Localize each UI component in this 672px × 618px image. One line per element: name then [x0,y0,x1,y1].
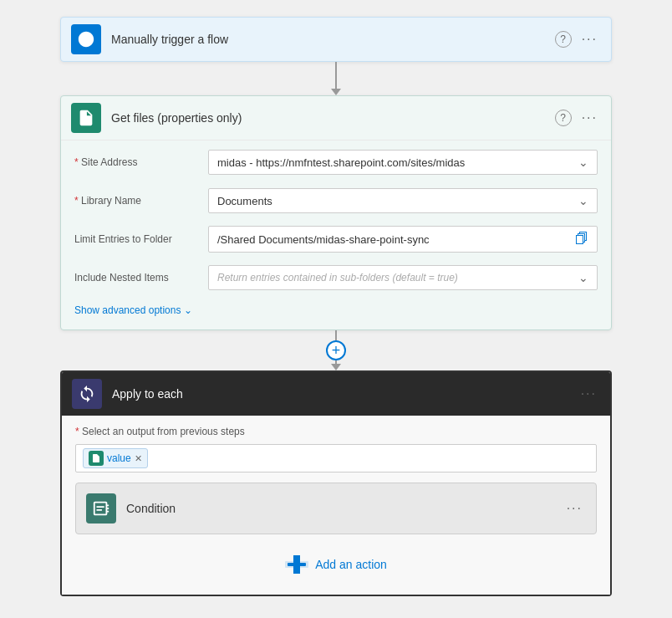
apply-to-each-header: Apply to each ··· [62,372,610,416]
ellipsis-icon-2: ··· [582,110,598,125]
ellipsis-icon-3: ··· [581,386,597,401]
trigger-more-btn[interactable]: ··· [578,28,601,50]
plus-connector: + [326,330,346,370]
chevron-down-icon-3: ⌄ [578,271,588,284]
site-address-label: * Site Address [74,156,208,168]
trigger-card-header: Manually trigger a flow ? ··· [61,18,611,61]
condition-title: Condition [126,502,563,515]
folder-icon: 🗍 [575,232,588,247]
apply-to-each-more-btn[interactable]: ··· [578,383,600,405]
condition-card: Condition ··· [75,483,597,534]
value-tag: value ✕ [83,448,148,468]
getfiles-card-body: * Site Address midas - https://nmfntest.… [61,140,611,329]
site-address-value: midas - https://nmfntest.sharepoint.com/… [208,150,598,175]
library-name-text: Documents [217,195,272,207]
show-advanced-btn[interactable]: Show advanced options ⌄ [74,304,192,316]
getfiles-card-header: Get files (properties only) ? ··· [61,96,611,140]
connector-line [335,62,337,89]
getfiles-card-actions: ? ··· [555,107,601,129]
apply-to-each-card: Apply to each ··· * Select an output fro… [60,370,612,596]
connector-arrow [331,89,341,95]
plus-connector-arrow [331,364,341,370]
chevron-down-icon-4: ⌄ [184,304,192,316]
show-advanced-label: Show advanced options [74,304,181,316]
trigger-card-actions: ? ··· [555,28,601,50]
trigger-icon [71,24,101,54]
apply-to-each-title: Apply to each [112,387,578,401]
plus-connector-line-top [335,330,337,340]
site-address-dropdown[interactable]: midas - https://nmfntest.sharepoint.com/… [208,150,598,175]
output-field[interactable]: value ✕ [75,444,597,472]
add-action-label: Add an action [315,558,387,571]
chevron-down-icon-2: ⌄ [578,194,588,207]
limit-entries-value: /Shared Documents/midas-share-point-sync… [208,226,598,253]
ellipsis-icon: ··· [582,32,598,47]
include-nested-placeholder: Return entries contained in sub-folders … [217,272,458,283]
include-nested-row: Include Nested Items Return entries cont… [74,263,598,293]
value-tag-icon [89,451,104,466]
value-tag-close-icon[interactable]: ✕ [135,453,142,464]
library-name-row: * Library Name Documents ⌄ [74,186,598,216]
library-name-dropdown[interactable]: Documents ⌄ [208,188,598,213]
condition-icon [86,493,116,524]
getfiles-card: Get files (properties only) ? ··· * Site… [60,95,612,330]
add-action-btn[interactable]: Add an action [285,554,387,575]
add-action-icon [285,554,308,575]
flow-container: Manually trigger a flow ? ··· Get files … [60,17,612,596]
getfiles-help-icon[interactable]: ? [555,110,572,126]
getfiles-more-btn[interactable]: ··· [578,107,601,129]
select-output-label: * Select an output from previous steps [75,426,597,437]
trigger-card: Manually trigger a flow ? ··· [60,17,612,62]
site-address-text: midas - https://nmfntest.sharepoint.com/… [217,156,465,169]
limit-entries-field[interactable]: /Shared Documents/midas-share-point-sync… [208,226,598,253]
ellipsis-icon-4: ··· [567,501,583,516]
value-tag-text: value [107,452,131,464]
include-nested-value: Return entries contained in sub-folders … [208,265,598,290]
add-step-btn[interactable]: + [326,340,346,360]
connector-1 [331,62,341,95]
getfiles-title: Get files (properties only) [111,111,555,125]
trigger-help-icon[interactable]: ? [555,31,572,48]
limit-entries-text: /Shared Documents/midas-share-point-sync [217,233,430,246]
add-action-area: Add an action [75,554,597,585]
include-nested-label: Include Nested Items [74,272,208,283]
condition-more-btn[interactable]: ··· [563,498,586,519]
site-address-row: * Site Address midas - https://nmfntest.… [74,147,598,177]
include-nested-dropdown[interactable]: Return entries contained in sub-folders … [208,265,598,290]
getfiles-icon [71,103,101,133]
limit-entries-label: Limit Entries to Folder [74,233,208,245]
library-name-value: Documents ⌄ [208,188,598,213]
apply-to-each-icon [72,379,102,409]
library-name-label: * Library Name [74,195,208,207]
trigger-title: Manually trigger a flow [111,33,555,46]
chevron-down-icon: ⌄ [578,156,588,169]
limit-entries-row: Limit Entries to Folder /Shared Document… [74,224,598,254]
apply-to-each-body: * Select an output from previous steps v… [62,416,610,595]
